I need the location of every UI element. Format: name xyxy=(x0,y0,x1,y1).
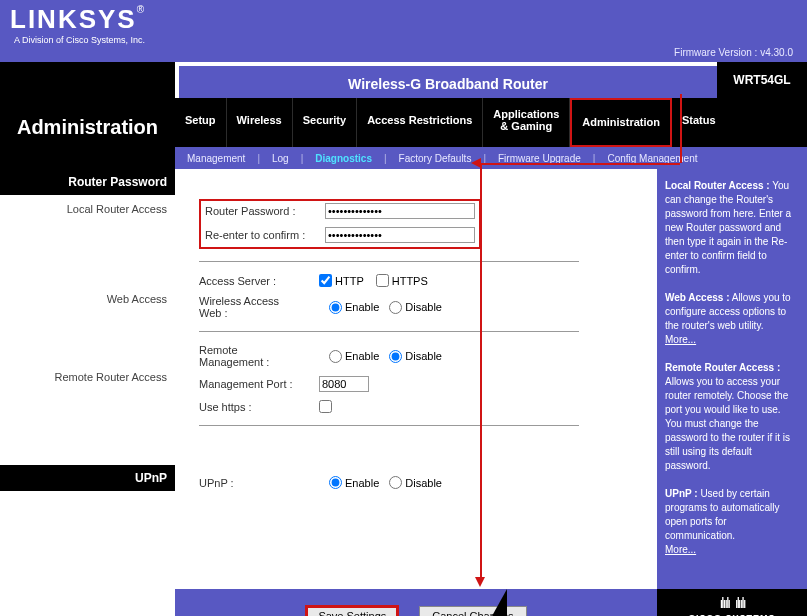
disable-label: Disable xyxy=(405,477,442,489)
tab-access-restrictions[interactable]: Access Restrictions xyxy=(357,98,483,147)
tab-applications-gaming[interactable]: Applications & Gaming xyxy=(483,98,570,147)
tab-setup[interactable]: Setup xyxy=(175,98,227,147)
annotation-arrow-icon xyxy=(480,163,680,165)
save-settings-button[interactable]: Save Settings xyxy=(305,605,399,616)
tab-security[interactable]: Security xyxy=(293,98,357,147)
tab-administration[interactable]: Administration xyxy=(570,98,672,147)
upnp-disable-radio[interactable] xyxy=(389,476,402,489)
section-upnp: UPnP xyxy=(0,465,175,491)
device-title: Wireless-G Broadband Router xyxy=(179,66,717,98)
subtab-management[interactable]: Management xyxy=(175,153,257,164)
subtab-diagnostics[interactable]: Diagnostics xyxy=(303,153,384,164)
sub-nav-row: Management | Log | Diagnostics | Factory… xyxy=(0,147,807,169)
brand-logo: LINKSYS® A Division of Cisco Systems, In… xyxy=(10,4,145,45)
title-left-spacer xyxy=(0,62,175,98)
cisco-bridge-icon: ılıılı ılıılı xyxy=(657,595,807,611)
arrow-head-down-icon xyxy=(475,577,485,587)
content-area: Router Password Local Router Access Web … xyxy=(0,169,807,589)
enable-label: Enable xyxy=(345,350,379,362)
section-router-password: Router Password xyxy=(0,169,175,195)
firmware-version: Firmware Version : v4.30.0 xyxy=(674,47,793,58)
help-upnp: UPnP : Used by certain programs to autom… xyxy=(665,487,799,543)
bottom-bar: Save Settings Cancel Changes ılıılı ılıı… xyxy=(0,589,807,616)
separator xyxy=(199,331,579,332)
subtab-factory-defaults[interactable]: Factory Defaults xyxy=(387,153,484,164)
management-port-label: Management Port : xyxy=(199,378,319,390)
http-checkbox[interactable] xyxy=(319,274,332,287)
access-server-label: Access Server : xyxy=(199,275,319,287)
more-link-web[interactable]: More... xyxy=(665,334,696,345)
page-title: Administration xyxy=(0,98,175,147)
use-https-label: Use https : xyxy=(199,401,319,413)
remote-mgmt-enable-radio[interactable] xyxy=(329,350,342,363)
cisco-footer: ılıılı ılıılı CISCO SYSTEMS xyxy=(657,589,807,616)
reenter-password-label: Re-enter to confirm : xyxy=(205,229,325,241)
button-bar: Save Settings Cancel Changes xyxy=(175,589,657,616)
subtab-log[interactable]: Log xyxy=(260,153,301,164)
separator xyxy=(199,425,579,426)
main-tabs: Setup Wireless Security Access Restricti… xyxy=(175,98,807,147)
help-local-access: Local Router Access : You can change the… xyxy=(665,179,799,277)
bottom-left-spacer xyxy=(0,589,175,616)
diagonal-decoration-icon xyxy=(477,589,507,616)
wireless-access-web-label: Wireless Access Web : xyxy=(199,295,319,319)
help-web-access: Web Access : Allows you to configure acc… xyxy=(665,291,799,333)
management-port-input[interactable] xyxy=(319,376,369,392)
more-link-upnp[interactable]: More... xyxy=(665,544,696,555)
remote-management-label: Remote Management : xyxy=(199,344,319,368)
section-local-router-access: Local Router Access xyxy=(0,195,175,219)
top-banner: LINKSYS® A Division of Cisco Systems, In… xyxy=(0,0,807,62)
sub-left-spacer xyxy=(0,147,175,169)
subtab-config-management[interactable]: Config Management xyxy=(595,153,709,164)
password-highlight-box: Router Password : Re-enter to confirm : xyxy=(199,199,481,249)
cancel-changes-button[interactable]: Cancel Changes xyxy=(419,606,526,616)
http-label: HTTP xyxy=(335,275,364,287)
upnp-enable-radio[interactable] xyxy=(329,476,342,489)
use-https-checkbox[interactable] xyxy=(319,400,332,413)
enable-label: Enable xyxy=(345,301,379,313)
separator xyxy=(199,261,579,262)
wireless-access-enable-radio[interactable] xyxy=(329,301,342,314)
subtab-firmware-upgrade[interactable]: Firmware Upgrade xyxy=(486,153,593,164)
brand-registered: ® xyxy=(137,4,144,15)
annotation-arrow-icon xyxy=(680,94,682,163)
section-web-access: Web Access xyxy=(0,285,175,309)
main-nav-row: Administration Setup Wireless Security A… xyxy=(0,98,807,147)
brand-subtitle: A Division of Cisco Systems, Inc. xyxy=(10,35,145,45)
title-row: Wireless-G Broadband Router WRT54GL xyxy=(0,62,807,98)
enable-label: Enable xyxy=(345,477,379,489)
https-checkbox[interactable] xyxy=(376,274,389,287)
help-remote-access: Remote Router Access :Allows you to acce… xyxy=(665,361,799,473)
help-column: Local Router Access : You can change the… xyxy=(657,169,807,589)
router-password-input[interactable] xyxy=(325,203,475,219)
router-password-label: Router Password : xyxy=(205,205,325,217)
annotation-arrow-icon xyxy=(480,163,482,579)
model-number: WRT54GL xyxy=(717,62,807,98)
wireless-access-disable-radio[interactable] xyxy=(389,301,402,314)
sub-tabs: Management | Log | Diagnostics | Factory… xyxy=(175,147,807,169)
upnp-label: UPnP : xyxy=(199,477,319,489)
tab-wireless[interactable]: Wireless xyxy=(227,98,293,147)
https-label: HTTPS xyxy=(392,275,428,287)
side-column: Router Password Local Router Access Web … xyxy=(0,169,175,589)
brand-text: LINKSYS xyxy=(10,4,137,34)
reenter-password-input[interactable] xyxy=(325,227,475,243)
disable-label: Disable xyxy=(405,350,442,362)
disable-label: Disable xyxy=(405,301,442,313)
form-column: Router Password : Re-enter to confirm : … xyxy=(175,169,657,589)
section-remote-router-access: Remote Router Access xyxy=(0,363,175,387)
remote-mgmt-disable-radio[interactable] xyxy=(389,350,402,363)
